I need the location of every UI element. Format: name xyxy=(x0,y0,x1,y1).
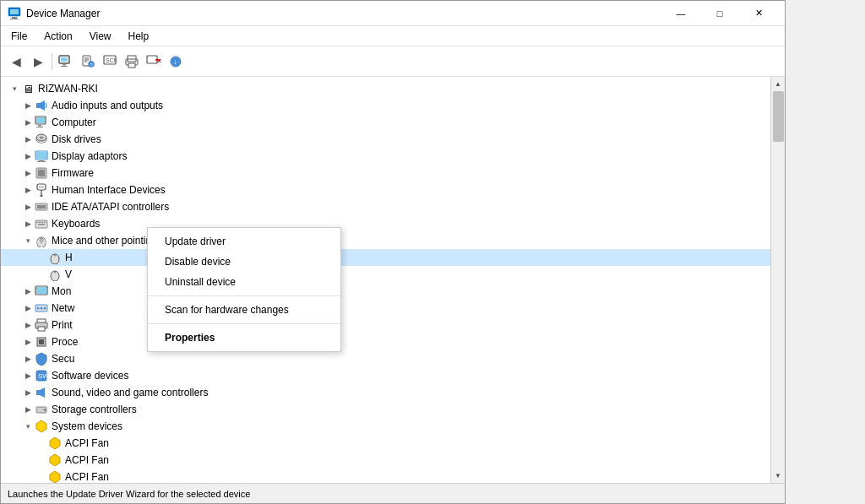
tree-item-processors[interactable]: ▶ Proce xyxy=(1,333,770,350)
security-label: Secu xyxy=(52,353,74,365)
sound-label: Sound, video and game controllers xyxy=(52,387,208,398)
hid-expander[interactable]: ▶ xyxy=(21,183,35,197)
computer-expander[interactable]: ▶ xyxy=(21,116,35,129)
processors-icon xyxy=(35,335,48,349)
ctx-disable-device[interactable]: Disable device xyxy=(148,252,340,272)
svg-marker-82 xyxy=(50,471,60,483)
keyboards-expander[interactable]: ▶ xyxy=(21,217,35,230)
uninstall-button[interactable]: ✕ xyxy=(144,51,164,72)
firmware-icon xyxy=(35,166,48,180)
storage-expander[interactable]: ▶ xyxy=(21,403,35,416)
svg-rect-29 xyxy=(36,127,43,127)
ctx-update-driver[interactable]: Update driver xyxy=(148,231,340,252)
network-expander[interactable]: ▶ xyxy=(21,301,35,315)
system-expander[interactable]: ▾ xyxy=(21,420,35,433)
tree-item-firmware[interactable]: ▶ Firmware xyxy=(1,165,770,182)
ctx-separator-2 xyxy=(148,323,340,324)
main-content: ▾ 🖥 RIZWAN-RKI ▶ Audio inputs and output… xyxy=(1,77,785,483)
update-driver-button[interactable]: ↓ xyxy=(166,51,186,72)
tree-item-storage[interactable]: ▶ Storage controllers xyxy=(1,401,770,418)
toolbar: ◀ ▶ ? SCN xyxy=(1,46,785,77)
scroll-thumb[interactable] xyxy=(773,91,784,142)
tree-item-acpi-1[interactable]: ACPI Fan xyxy=(1,435,770,452)
menu-file[interactable]: File xyxy=(4,29,34,44)
tree-item-display[interactable]: ▶ Display adaptors xyxy=(1,148,770,165)
close-button[interactable]: ✕ xyxy=(739,1,778,26)
disk-expander[interactable]: ▶ xyxy=(21,133,35,146)
svg-rect-62 xyxy=(36,287,46,294)
tree-item-monitors[interactable]: ▶ Mon xyxy=(1,283,770,300)
tree-item-mice[interactable]: ▾ Mice and other pointing devices xyxy=(1,232,770,249)
tree-item-disk[interactable]: ▶ Disk drives xyxy=(1,131,770,148)
scan-changes-button[interactable]: SCN xyxy=(100,51,120,72)
scroll-down-button[interactable]: ▼ xyxy=(771,469,786,483)
mice-expander[interactable]: ▾ xyxy=(21,234,35,247)
mouse-v-label: V xyxy=(65,268,72,280)
tree-item-print[interactable]: ▶ Print xyxy=(1,317,770,333)
properties-button[interactable]: ? xyxy=(78,51,98,72)
svg-marker-81 xyxy=(50,454,60,466)
svg-rect-2 xyxy=(12,17,17,19)
tree-item-system[interactable]: ▾ System devices xyxy=(1,418,770,435)
display-expander[interactable]: ▶ xyxy=(21,149,35,163)
svg-text:↓: ↓ xyxy=(174,58,177,66)
tree-item-ide[interactable]: ▶ IDE ATA/ATAPI controllers xyxy=(1,198,770,215)
scroll-track[interactable] xyxy=(771,91,785,469)
print-expander[interactable]: ▶ xyxy=(21,318,35,332)
audio-expander[interactable]: ▶ xyxy=(21,99,35,112)
window-icon xyxy=(8,7,21,20)
ctx-uninstall-device[interactable]: Uninstall device xyxy=(148,272,340,292)
show-device-button[interactable] xyxy=(56,51,76,72)
ctx-scan-hardware[interactable]: Scan for hardware changes xyxy=(148,300,340,320)
minimize-button[interactable]: — xyxy=(661,1,700,26)
svg-point-65 xyxy=(41,307,43,310)
tree-item-network[interactable]: ▶ Netw xyxy=(1,300,770,317)
software-expander[interactable]: ▶ xyxy=(21,369,35,382)
storage-label: Storage controllers xyxy=(52,404,137,415)
tree-item-mouse-v[interactable]: V xyxy=(1,266,770,283)
tree-panel[interactable]: ▾ 🖥 RIZWAN-RKI ▶ Audio inputs and output… xyxy=(1,77,770,483)
acpi1-expander xyxy=(35,436,48,450)
keyboard-icon xyxy=(35,217,48,230)
tree-root[interactable]: ▾ 🖥 RIZWAN-RKI xyxy=(1,80,770,97)
device-manager-window: Device Manager — □ ✕ File Action View He… xyxy=(0,0,786,504)
maximize-button[interactable]: □ xyxy=(700,1,739,26)
ctx-separator-1 xyxy=(148,295,340,296)
audio-label: Audio inputs and outputs xyxy=(52,100,163,111)
menu-view[interactable]: View xyxy=(83,29,118,44)
processors-expander[interactable]: ▶ xyxy=(21,335,35,349)
tree-item-security[interactable]: ▶ Secu xyxy=(1,350,770,367)
tree-item-acpi-3[interactable]: ACPI Fan xyxy=(1,469,770,483)
monitors-expander[interactable]: ▶ xyxy=(21,285,35,298)
tree-item-keyboards[interactable]: ▶ Keyboards xyxy=(1,215,770,232)
acpi2-label: ACPI Fan xyxy=(65,454,109,466)
monitors-label: Mon xyxy=(52,285,71,297)
tree-item-acpi-2[interactable]: ACPI Fan xyxy=(1,452,770,469)
tree-item-sound[interactable]: ▶ Sound, video and game controllers xyxy=(1,384,770,401)
sound-expander[interactable]: ▶ xyxy=(21,386,35,399)
svg-text:SW: SW xyxy=(38,372,48,380)
system-label: System devices xyxy=(52,420,122,432)
menu-help[interactable]: Help xyxy=(122,29,156,44)
tree-item-computer[interactable]: ▶ Computer xyxy=(1,114,770,131)
print-button[interactable] xyxy=(122,51,142,72)
tree-item-software[interactable]: ▶ SW Software devices xyxy=(1,367,770,384)
firmware-expander[interactable]: ▶ xyxy=(21,166,35,180)
software-icon: SW xyxy=(35,369,48,382)
root-expander[interactable]: ▾ xyxy=(8,82,21,95)
svg-rect-69 xyxy=(38,327,45,331)
scroll-up-button[interactable]: ▲ xyxy=(771,77,786,91)
tree-item-hid[interactable]: ▶ Human Interface Devices xyxy=(1,182,770,198)
ctx-properties[interactable]: Properties xyxy=(148,328,340,348)
menu-action[interactable]: Action xyxy=(37,29,79,44)
forward-button[interactable]: ▶ xyxy=(28,51,48,72)
svg-text:SCN: SCN xyxy=(106,57,117,63)
disk-label: Disk drives xyxy=(52,133,101,145)
security-expander[interactable]: ▶ xyxy=(21,352,35,366)
tree-item-mouse-h[interactable]: H xyxy=(1,249,770,266)
ide-expander[interactable]: ▶ xyxy=(21,200,35,214)
tree-item-audio[interactable]: ▶ Audio inputs and outputs xyxy=(1,97,770,114)
scrollbar[interactable]: ▲ ▼ xyxy=(770,77,785,483)
mice-icon xyxy=(35,234,48,247)
back-button[interactable]: ◀ xyxy=(6,51,26,72)
